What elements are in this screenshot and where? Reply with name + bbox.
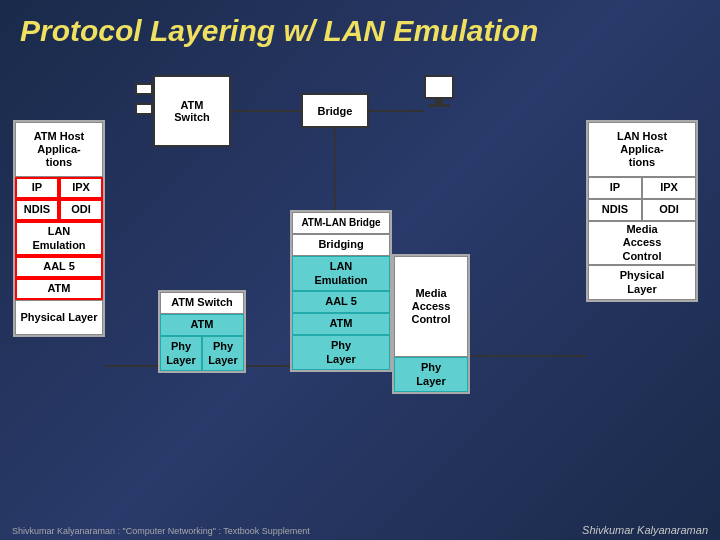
lan-emulation-bridge: LANEmulation <box>292 256 390 291</box>
atm-switch-mid-label: ATM Switch <box>160 292 244 314</box>
aal5-host: AAL 5 <box>15 256 103 278</box>
footer-author: Shivkumar Kalyanaraman <box>582 524 708 536</box>
lan-ndis-odi-row: NDIS ODI <box>588 199 696 221</box>
ip-ipx-row: IP IPX <box>15 177 103 199</box>
bridging-cell: Bridging <box>292 234 390 256</box>
mac-to-lan-line <box>470 355 586 357</box>
atm-host: ATM <box>15 278 103 300</box>
physical-layer-lan: PhysicalLayer <box>588 265 696 300</box>
lan-host-apps: LAN HostApplica-tions <box>588 122 696 177</box>
monitor <box>424 75 454 99</box>
bridge-label: Bridge <box>318 105 353 117</box>
bridge-down-line <box>334 128 336 213</box>
atm-mid: ATM <box>160 314 244 336</box>
phy-bridge: PhyLayer <box>292 335 390 370</box>
atm-host-stack: ATM HostApplica-tions IP IPX NDIS ODI LA… <box>13 120 105 337</box>
atm-switch-mid-stack: ATM Switch ATM PhyLayer PhyLayer <box>158 290 246 373</box>
aal5-bridge: AAL 5 <box>292 291 390 313</box>
computer-icon <box>421 75 457 125</box>
port1 <box>135 83 153 95</box>
main-diagram: ATM HostApplica-tions IP IPX NDIS ODI LA… <box>8 55 712 525</box>
atm-host-apps: ATM HostApplica-tions <box>15 122 103 177</box>
lan-mac: MediaAccessControl <box>588 221 696 265</box>
atm-lan-bridge-stack: ATM-LAN Bridge Bridging LANEmulation AAL… <box>290 210 392 372</box>
lan-odi-cell: ODI <box>642 199 696 221</box>
lan-emulation-host: LANEmulation <box>15 221 103 256</box>
ndis-cell: NDIS <box>15 199 59 221</box>
switch-bridge-line <box>231 110 301 112</box>
physical-layer-host: Physical Layer <box>15 300 103 335</box>
mac-stack: MediaAccessControl PhyLayer <box>392 254 470 394</box>
phy-mid-row: PhyLayer PhyLayer <box>160 336 244 371</box>
bridge-computer-line <box>369 110 424 112</box>
port2 <box>135 103 153 115</box>
lan-ip-cell: IP <box>588 177 642 199</box>
atm-switch-top-box: ATMSwitch <box>153 75 231 147</box>
odi-cell: ODI <box>59 199 103 221</box>
slide: Protocol Layering w/ LAN Emulation ATM H… <box>0 0 720 540</box>
phy-mid-2: PhyLayer <box>202 336 244 371</box>
phy-mid-1: PhyLayer <box>160 336 202 371</box>
ipx-cell: IPX <box>59 177 103 199</box>
phy-mac: PhyLayer <box>394 357 468 392</box>
slide-title: Protocol Layering w/ LAN Emulation <box>0 0 720 56</box>
media-access-control: MediaAccessControl <box>394 256 468 357</box>
lan-ndis-cell: NDIS <box>588 199 642 221</box>
atm-bridge: ATM <box>292 313 390 335</box>
host-to-switch-line <box>105 365 158 367</box>
lan-ip-ipx-row: IP IPX <box>588 177 696 199</box>
ip-cell: IP <box>15 177 59 199</box>
lan-host-stack: LAN HostApplica-tions IP IPX NDIS ODI Me… <box>586 120 698 302</box>
lan-ipx-cell: IPX <box>642 177 696 199</box>
footer-copyright: Shivkumar Kalyanaraman : "Computer Netwo… <box>12 526 310 536</box>
ndis-odi-row: NDIS ODI <box>15 199 103 221</box>
monitor-base <box>428 104 450 107</box>
atm-lan-bridge-label: ATM-LAN Bridge <box>292 212 390 234</box>
bridge-box: Bridge <box>301 93 369 128</box>
atm-switch-top-label: ATMSwitch <box>174 99 209 123</box>
switch-to-bridge-line <box>246 365 290 367</box>
